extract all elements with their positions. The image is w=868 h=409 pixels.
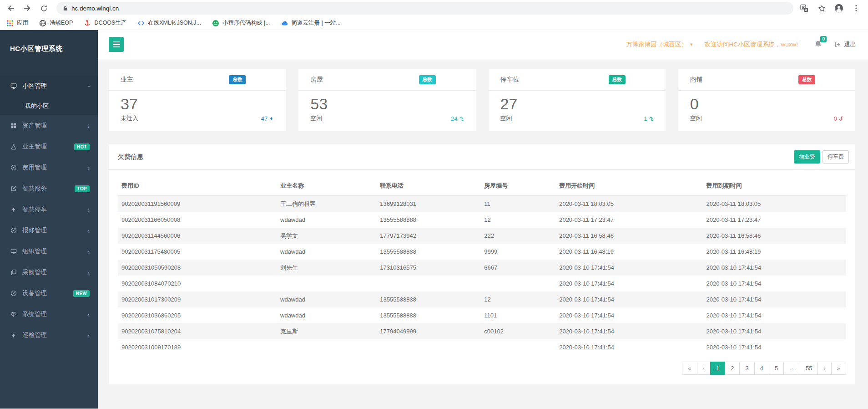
fee-type-button-1[interactable]: 物业费 [794,150,820,164]
sidebar-toggle-button[interactable] [109,37,124,52]
sidebar-item-label: 采购管理 [22,268,47,276]
forward-icon[interactable] [22,3,33,14]
stat-card-sublabel: 未迁入 [121,114,138,123]
table-cell: 1101 [480,307,555,323]
logout-button[interactable]: 退出 [834,41,856,49]
stat-card-subvalue: 47 [261,115,274,122]
table-row: 902020031017300209wdawdad135555888881220… [118,291,846,307]
fee-column-header: 联系电话 [376,176,480,196]
table-cell: 2020-03-10 17:41:54 [555,323,702,339]
sidebar-item-1[interactable]: 小区管理‹ [0,76,98,97]
screen: hc.demo.winqi.cn 应用浩鲸EOPDCOOS生产在线XML转JSO… [0,0,868,409]
pagination-arrow[interactable]: ‹ [697,362,711,375]
bookmark-item[interactable]: 浩鲸EOP [39,19,73,27]
table-row: 9020200310840702102020-03-10 17:41:54202… [118,276,846,291]
bookmarks-bar: 应用浩鲸EOPDCOOS生产在线XML转JSON,J...小程序代码构成 |..… [0,16,868,30]
pagination-arrow[interactable]: › [818,362,831,375]
bookmark-item[interactable]: DCOOS生产 [84,19,126,27]
stat-card-4: 商铺总数0空闲0 [678,69,855,131]
flask-icon [10,143,17,150]
browser-menu-dots-icon[interactable] [852,4,861,13]
fee-type-button-2[interactable]: 停车费 [823,150,849,164]
sidebar-item-label: 智慧停车 [22,205,47,214]
edit-icon [10,185,17,192]
apps-grid-icon [6,20,14,27]
pagination-arrow[interactable]: « [682,362,697,375]
sidebar-item-label: 智慧服务 [22,184,47,193]
browser-toolbar: hc.demo.winqi.cn [0,0,868,16]
sidebar-item-5[interactable]: 智慧服务TOP [0,178,98,199]
sidebar-item-11[interactable]: 系统管理‹ [0,304,98,325]
sidebar-group: 系统管理‹ [0,304,98,325]
chevron-left-icon: ‹ [87,227,90,234]
green-circle-favicon-icon [212,20,219,27]
table-cell: c00102 [480,323,555,339]
sidebar-group: 业主管理HOT [0,136,98,157]
table-cell [480,339,555,355]
fee-panel-title: 欠费信息 [118,153,143,161]
table-cell: 222 [480,228,555,244]
sidebar-item-6[interactable]: 智慧停车‹ [0,199,98,220]
sidebar-item-7[interactable]: 报修管理‹ [0,220,98,241]
welcome-text: 欢迎访问HC小区管理系统，wuxw! [704,41,798,49]
pagination-arrow[interactable]: » [831,362,846,375]
fee-type-buttons: 物业费停车费 [794,150,849,164]
stat-card-subvalue-number: 1 [644,115,647,122]
bookmark-label: 小程序代码构成 |... [222,19,270,27]
desktop-icon [10,248,17,255]
pagination-page[interactable]: ... [783,362,800,375]
bookmark-item[interactable]: 小程序代码构成 |... [212,19,270,27]
sidebar-item-4[interactable]: 费用管理‹ [0,157,98,178]
community-selector[interactable]: 万博家博园（城西区） ▾ [626,41,693,49]
stat-card-badge: 总数 [419,75,436,84]
sidebar-item-10[interactable]: 设备管理NEW [0,283,98,304]
pagination-page[interactable]: 1 [710,362,725,375]
app-logo: HC小区管理系统 [0,30,98,76]
table-cell: 2020-03-10 17:41:54 [555,307,702,323]
fee-column-header: 费用ID [118,176,277,196]
sidebar-item-3[interactable]: 业主管理HOT [0,136,98,157]
pagination-page[interactable]: 3 [739,362,754,375]
pagination-page[interactable]: 4 [754,362,769,375]
profile-avatar-icon[interactable] [834,4,843,13]
table-cell: wdawdad [277,307,376,323]
level-up-icon [459,116,464,121]
table-cell: 2020-03-10 17:41:54 [703,339,846,355]
stat-card-subvalue: 24 [451,115,464,122]
sidebar-item-12[interactable]: 巡检管理‹ [0,325,98,346]
stat-card-value: 0 [678,91,855,112]
sidebar-item-2[interactable]: 资产管理‹ [0,115,98,136]
bookmark-item[interactable]: 应用 [6,19,28,27]
sidebar-item-8[interactable]: 组织管理‹ [0,241,98,262]
bookmark-item[interactable]: 简道云注册 | 一站... [281,19,341,27]
pagination-page[interactable]: 2 [725,362,740,375]
reload-icon[interactable] [38,3,49,14]
chevron-left-icon: ‹ [87,332,90,339]
table-cell: 2020-03-10 17:41:54 [703,276,846,291]
table-cell [376,339,480,355]
sidebar-subitem-我的小区[interactable]: 我的小区 [0,97,98,115]
fee-table: 费用ID业主名称联系电话房屋编号费用开始时间费用到期时间 90202003119… [118,176,846,355]
sidebar-item-label: 报修管理 [22,226,47,235]
stat-card-subvalue: 0 [834,115,843,122]
pagination-page[interactable]: 5 [769,362,784,375]
sidebar-group: 小区管理‹我的小区 [0,76,98,115]
pagination-page[interactable]: 55 [800,362,818,375]
sidebar-item-label: 设备管理 [22,289,47,297]
sidebar-group: 巡检管理‹ [0,325,98,346]
table-cell: 13699128031 [376,196,480,212]
sidebar-item-9[interactable]: 采购管理‹ [0,262,98,283]
url-bar[interactable]: hc.demo.winqi.cn [56,2,793,15]
notification-bell-icon[interactable]: 0 [814,40,822,49]
bookmark-item[interactable]: 在线XML转JSON,J... [137,19,201,27]
table-cell: 2020-03-10 17:41:54 [703,291,846,307]
gem-icon [10,311,17,318]
logout-label: 退出 [844,41,856,49]
table-cell: 2020-03-11 16:58:46 [703,228,846,244]
fee-column-header: 房屋编号 [480,176,555,196]
back-icon[interactable] [5,3,16,14]
stat-card-badge: 总数 [609,75,626,84]
translate-icon[interactable] [800,4,809,13]
chevron-left-icon: ‹ [87,164,90,171]
bookmark-star-icon[interactable] [817,4,826,13]
